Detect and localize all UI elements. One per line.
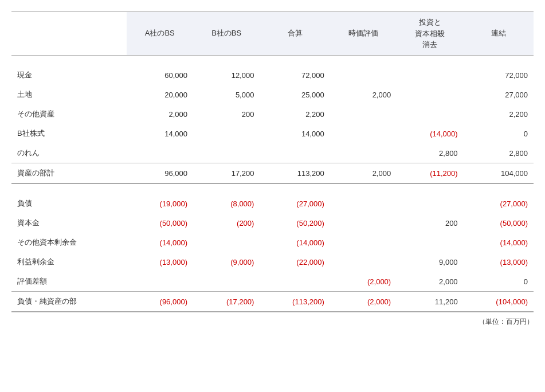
header-sum: 合算 xyxy=(260,12,330,56)
cell-sum xyxy=(260,143,330,163)
cell-consol: (50,000) xyxy=(464,213,534,233)
table-row: 評価差額(2,000)2,0000 xyxy=(11,272,534,292)
cell-fair xyxy=(330,213,397,233)
cell-elim: (11,200) xyxy=(397,163,463,184)
cell-elim xyxy=(397,233,463,252)
unit-note: （単位：百万円） xyxy=(11,317,534,327)
cell-a: (96,000) xyxy=(127,292,193,312)
cell-consol: (104,000) xyxy=(464,292,534,312)
cell-sum: 2,200 xyxy=(260,104,330,124)
cell-b: 12,000 xyxy=(193,65,260,85)
header-a-bs: A社のBS xyxy=(127,12,193,56)
table-row: 現金60,00012,00072,00072,000 xyxy=(11,65,534,85)
cell-elim xyxy=(397,85,463,104)
cell-consol: 72,000 xyxy=(464,65,534,85)
table-row: 負債・純資産の部(96,000)(17,200)(113,200)(2,000)… xyxy=(11,292,534,312)
cell-elim: 2,800 xyxy=(397,143,463,163)
cell-b: (17,200) xyxy=(193,292,260,312)
table-row xyxy=(11,55,534,65)
cell-sum: (27,000) xyxy=(260,194,330,213)
cell-fair xyxy=(330,124,397,143)
cell-elim: 2,000 xyxy=(397,272,463,292)
header-elim: 投資と 資本相殺 消去 xyxy=(397,12,463,56)
cell-fair: (2,000) xyxy=(330,272,397,292)
cell-fair: 2,000 xyxy=(330,163,397,184)
cell-sum: 113,200 xyxy=(260,163,330,184)
row-label: その他資本剰余金 xyxy=(11,233,127,252)
cell-fair xyxy=(330,104,397,124)
cell-b: 200 xyxy=(193,104,260,124)
cell-elim xyxy=(397,194,463,213)
cell-sum: (22,000) xyxy=(260,252,330,272)
cell-consol: 27,000 xyxy=(464,85,534,104)
cell-sum: (50,200) xyxy=(260,213,330,233)
table-row xyxy=(11,183,534,194)
header-row: A社のBS B社のBS 合算 時価評価 投資と 資本相殺 消去 連結 xyxy=(11,12,534,56)
header-label xyxy=(11,12,127,56)
row-label: その他資産 xyxy=(11,104,127,124)
cell-b xyxy=(193,233,260,252)
table-body: 現金60,00012,00072,00072,000土地20,0005,0002… xyxy=(11,55,534,312)
cell-b xyxy=(193,272,260,292)
row-label: B社株式 xyxy=(11,124,127,143)
cell-consol: (13,000) xyxy=(464,252,534,272)
cell-elim: 200 xyxy=(397,213,463,233)
bs-table: A社のBS B社のBS 合算 時価評価 投資と 資本相殺 消去 連結 現金60,… xyxy=(11,11,534,312)
cell-fair xyxy=(330,194,397,213)
cell-b: 17,200 xyxy=(193,163,260,184)
cell-sum: (14,000) xyxy=(260,233,330,252)
cell-consol: 2,800 xyxy=(464,143,534,163)
row-label: 資本金 xyxy=(11,213,127,233)
cell-a: 2,000 xyxy=(127,104,193,124)
cell-fair xyxy=(330,143,397,163)
cell-elim: 9,000 xyxy=(397,252,463,272)
cell-fair xyxy=(330,252,397,272)
cell-b xyxy=(193,143,260,163)
row-label: 資産の部計 xyxy=(11,163,127,184)
header-b-bs: B社のBS xyxy=(193,12,260,56)
table-row: その他資産2,0002002,2002,200 xyxy=(11,104,534,124)
cell-a: 96,000 xyxy=(127,163,193,184)
cell-consol: (14,000) xyxy=(464,233,534,252)
cell-sum: 25,000 xyxy=(260,85,330,104)
row-label: 現金 xyxy=(11,65,127,85)
table-row: 負債(19,000)(8,000)(27,000)(27,000) xyxy=(11,194,534,213)
cell-sum: (113,200) xyxy=(260,292,330,312)
cell-a xyxy=(127,272,193,292)
row-label: 利益剰余金 xyxy=(11,252,127,272)
cell-a: (50,000) xyxy=(127,213,193,233)
row-label: 負債・純資産の部 xyxy=(11,292,127,312)
row-label: 評価差額 xyxy=(11,272,127,292)
cell-a: (14,000) xyxy=(127,233,193,252)
table-row: 資本金(50,000)(200)(50,200)200(50,000) xyxy=(11,213,534,233)
row-label: 負債 xyxy=(11,194,127,213)
cell-elim xyxy=(397,104,463,124)
cell-sum: 14,000 xyxy=(260,124,330,143)
cell-consol: 0 xyxy=(464,272,534,292)
cell-a: (13,000) xyxy=(127,252,193,272)
cell-fair: 2,000 xyxy=(330,85,397,104)
cell-a xyxy=(127,143,193,163)
cell-sum: 72,000 xyxy=(260,65,330,85)
cell-fair: (2,000) xyxy=(330,292,397,312)
cell-fair xyxy=(330,233,397,252)
cell-elim: (14,000) xyxy=(397,124,463,143)
cell-b: 5,000 xyxy=(193,85,260,104)
cell-a: 20,000 xyxy=(127,85,193,104)
cell-consol: 104,000 xyxy=(464,163,534,184)
cell-b xyxy=(193,124,260,143)
cell-b: (9,000) xyxy=(193,252,260,272)
cell-consol: 2,200 xyxy=(464,104,534,124)
row-label: 土地 xyxy=(11,85,127,104)
cell-elim xyxy=(397,65,463,85)
table-row: その他資本剰余金(14,000)(14,000)(14,000) xyxy=(11,233,534,252)
header-consol: 連結 xyxy=(464,12,534,56)
row-label: のれん xyxy=(11,143,127,163)
cell-a: 14,000 xyxy=(127,124,193,143)
cell-consol: (27,000) xyxy=(464,194,534,213)
table-row: のれん2,8002,800 xyxy=(11,143,534,163)
table-row: 利益剰余金(13,000)(9,000)(22,000)9,000(13,000… xyxy=(11,252,534,272)
cell-fair xyxy=(330,65,397,85)
cell-sum xyxy=(260,272,330,292)
table-row: B社株式14,00014,000(14,000)0 xyxy=(11,124,534,143)
